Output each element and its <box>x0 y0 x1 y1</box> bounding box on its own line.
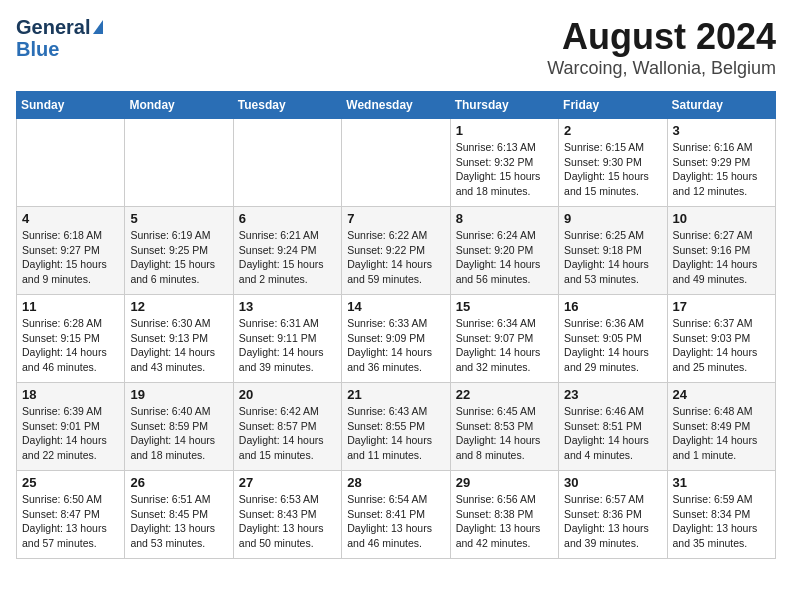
day-info: Sunrise: 6:21 AM Sunset: 9:24 PM Dayligh… <box>239 228 336 287</box>
day-info: Sunrise: 6:40 AM Sunset: 8:59 PM Dayligh… <box>130 404 227 463</box>
header-cell-saturday: Saturday <box>667 92 775 119</box>
day-info: Sunrise: 6:53 AM Sunset: 8:43 PM Dayligh… <box>239 492 336 551</box>
day-info: Sunrise: 6:43 AM Sunset: 8:55 PM Dayligh… <box>347 404 444 463</box>
day-number: 7 <box>347 211 444 226</box>
calendar-cell: 16Sunrise: 6:36 AM Sunset: 9:05 PM Dayli… <box>559 295 667 383</box>
day-number: 14 <box>347 299 444 314</box>
day-info: Sunrise: 6:25 AM Sunset: 9:18 PM Dayligh… <box>564 228 661 287</box>
calendar-cell: 11Sunrise: 6:28 AM Sunset: 9:15 PM Dayli… <box>17 295 125 383</box>
day-number: 16 <box>564 299 661 314</box>
main-title: August 2024 <box>547 16 776 58</box>
calendar-cell: 2Sunrise: 6:15 AM Sunset: 9:30 PM Daylig… <box>559 119 667 207</box>
calendar-header-row: SundayMondayTuesdayWednesdayThursdayFrid… <box>17 92 776 119</box>
day-info: Sunrise: 6:56 AM Sunset: 8:38 PM Dayligh… <box>456 492 553 551</box>
day-number: 4 <box>22 211 119 226</box>
calendar-cell: 19Sunrise: 6:40 AM Sunset: 8:59 PM Dayli… <box>125 383 233 471</box>
calendar-cell <box>17 119 125 207</box>
day-info: Sunrise: 6:57 AM Sunset: 8:36 PM Dayligh… <box>564 492 661 551</box>
calendar-cell: 1Sunrise: 6:13 AM Sunset: 9:32 PM Daylig… <box>450 119 558 207</box>
calendar-cell: 9Sunrise: 6:25 AM Sunset: 9:18 PM Daylig… <box>559 207 667 295</box>
calendar-cell: 22Sunrise: 6:45 AM Sunset: 8:53 PM Dayli… <box>450 383 558 471</box>
day-number: 11 <box>22 299 119 314</box>
day-info: Sunrise: 6:22 AM Sunset: 9:22 PM Dayligh… <box>347 228 444 287</box>
day-number: 31 <box>673 475 770 490</box>
calendar-cell: 26Sunrise: 6:51 AM Sunset: 8:45 PM Dayli… <box>125 471 233 559</box>
day-number: 10 <box>673 211 770 226</box>
page-header: General Blue August 2024 Warcoing, Wallo… <box>16 16 776 79</box>
calendar-cell <box>233 119 341 207</box>
day-info: Sunrise: 6:39 AM Sunset: 9:01 PM Dayligh… <box>22 404 119 463</box>
calendar-cell: 21Sunrise: 6:43 AM Sunset: 8:55 PM Dayli… <box>342 383 450 471</box>
header-cell-thursday: Thursday <box>450 92 558 119</box>
day-info: Sunrise: 6:15 AM Sunset: 9:30 PM Dayligh… <box>564 140 661 199</box>
day-number: 15 <box>456 299 553 314</box>
calendar-week-3: 11Sunrise: 6:28 AM Sunset: 9:15 PM Dayli… <box>17 295 776 383</box>
day-info: Sunrise: 6:45 AM Sunset: 8:53 PM Dayligh… <box>456 404 553 463</box>
calendar-cell: 23Sunrise: 6:46 AM Sunset: 8:51 PM Dayli… <box>559 383 667 471</box>
calendar-cell <box>125 119 233 207</box>
day-number: 3 <box>673 123 770 138</box>
calendar-cell: 7Sunrise: 6:22 AM Sunset: 9:22 PM Daylig… <box>342 207 450 295</box>
calendar-cell: 18Sunrise: 6:39 AM Sunset: 9:01 PM Dayli… <box>17 383 125 471</box>
day-number: 20 <box>239 387 336 402</box>
day-info: Sunrise: 6:46 AM Sunset: 8:51 PM Dayligh… <box>564 404 661 463</box>
day-info: Sunrise: 6:51 AM Sunset: 8:45 PM Dayligh… <box>130 492 227 551</box>
day-number: 22 <box>456 387 553 402</box>
day-info: Sunrise: 6:19 AM Sunset: 9:25 PM Dayligh… <box>130 228 227 287</box>
day-number: 19 <box>130 387 227 402</box>
day-number: 18 <box>22 387 119 402</box>
calendar-cell: 28Sunrise: 6:54 AM Sunset: 8:41 PM Dayli… <box>342 471 450 559</box>
calendar-cell: 25Sunrise: 6:50 AM Sunset: 8:47 PM Dayli… <box>17 471 125 559</box>
calendar-cell: 24Sunrise: 6:48 AM Sunset: 8:49 PM Dayli… <box>667 383 775 471</box>
day-info: Sunrise: 6:33 AM Sunset: 9:09 PM Dayligh… <box>347 316 444 375</box>
day-number: 21 <box>347 387 444 402</box>
calendar-cell: 3Sunrise: 6:16 AM Sunset: 9:29 PM Daylig… <box>667 119 775 207</box>
calendar-cell: 5Sunrise: 6:19 AM Sunset: 9:25 PM Daylig… <box>125 207 233 295</box>
day-info: Sunrise: 6:50 AM Sunset: 8:47 PM Dayligh… <box>22 492 119 551</box>
calendar-cell: 6Sunrise: 6:21 AM Sunset: 9:24 PM Daylig… <box>233 207 341 295</box>
calendar-week-4: 18Sunrise: 6:39 AM Sunset: 9:01 PM Dayli… <box>17 383 776 471</box>
day-number: 23 <box>564 387 661 402</box>
day-info: Sunrise: 6:36 AM Sunset: 9:05 PM Dayligh… <box>564 316 661 375</box>
day-info: Sunrise: 6:27 AM Sunset: 9:16 PM Dayligh… <box>673 228 770 287</box>
logo-text-general: General <box>16 16 90 38</box>
calendar-cell: 12Sunrise: 6:30 AM Sunset: 9:13 PM Dayli… <box>125 295 233 383</box>
calendar-cell: 20Sunrise: 6:42 AM Sunset: 8:57 PM Dayli… <box>233 383 341 471</box>
calendar-cell: 15Sunrise: 6:34 AM Sunset: 9:07 PM Dayli… <box>450 295 558 383</box>
day-info: Sunrise: 6:24 AM Sunset: 9:20 PM Dayligh… <box>456 228 553 287</box>
logo: General Blue <box>16 16 103 60</box>
calendar-cell: 13Sunrise: 6:31 AM Sunset: 9:11 PM Dayli… <box>233 295 341 383</box>
subtitle: Warcoing, Wallonia, Belgium <box>547 58 776 79</box>
day-number: 9 <box>564 211 661 226</box>
calendar-cell <box>342 119 450 207</box>
day-info: Sunrise: 6:30 AM Sunset: 9:13 PM Dayligh… <box>130 316 227 375</box>
day-info: Sunrise: 6:59 AM Sunset: 8:34 PM Dayligh… <box>673 492 770 551</box>
day-info: Sunrise: 6:13 AM Sunset: 9:32 PM Dayligh… <box>456 140 553 199</box>
calendar-cell: 10Sunrise: 6:27 AM Sunset: 9:16 PM Dayli… <box>667 207 775 295</box>
day-number: 8 <box>456 211 553 226</box>
calendar-cell: 30Sunrise: 6:57 AM Sunset: 8:36 PM Dayli… <box>559 471 667 559</box>
day-number: 1 <box>456 123 553 138</box>
day-info: Sunrise: 6:16 AM Sunset: 9:29 PM Dayligh… <box>673 140 770 199</box>
logo-icon <box>93 20 103 34</box>
header-cell-tuesday: Tuesday <box>233 92 341 119</box>
day-info: Sunrise: 6:48 AM Sunset: 8:49 PM Dayligh… <box>673 404 770 463</box>
logo-text-blue: Blue <box>16 38 103 60</box>
calendar-cell: 14Sunrise: 6:33 AM Sunset: 9:09 PM Dayli… <box>342 295 450 383</box>
calendar-week-5: 25Sunrise: 6:50 AM Sunset: 8:47 PM Dayli… <box>17 471 776 559</box>
calendar-cell: 4Sunrise: 6:18 AM Sunset: 9:27 PM Daylig… <box>17 207 125 295</box>
header-cell-wednesday: Wednesday <box>342 92 450 119</box>
day-number: 27 <box>239 475 336 490</box>
day-number: 24 <box>673 387 770 402</box>
calendar-week-2: 4Sunrise: 6:18 AM Sunset: 9:27 PM Daylig… <box>17 207 776 295</box>
day-number: 5 <box>130 211 227 226</box>
day-info: Sunrise: 6:54 AM Sunset: 8:41 PM Dayligh… <box>347 492 444 551</box>
day-info: Sunrise: 6:28 AM Sunset: 9:15 PM Dayligh… <box>22 316 119 375</box>
day-number: 17 <box>673 299 770 314</box>
day-number: 29 <box>456 475 553 490</box>
day-info: Sunrise: 6:34 AM Sunset: 9:07 PM Dayligh… <box>456 316 553 375</box>
day-number: 6 <box>239 211 336 226</box>
calendar-cell: 29Sunrise: 6:56 AM Sunset: 8:38 PM Dayli… <box>450 471 558 559</box>
day-number: 13 <box>239 299 336 314</box>
calendar-cell: 31Sunrise: 6:59 AM Sunset: 8:34 PM Dayli… <box>667 471 775 559</box>
